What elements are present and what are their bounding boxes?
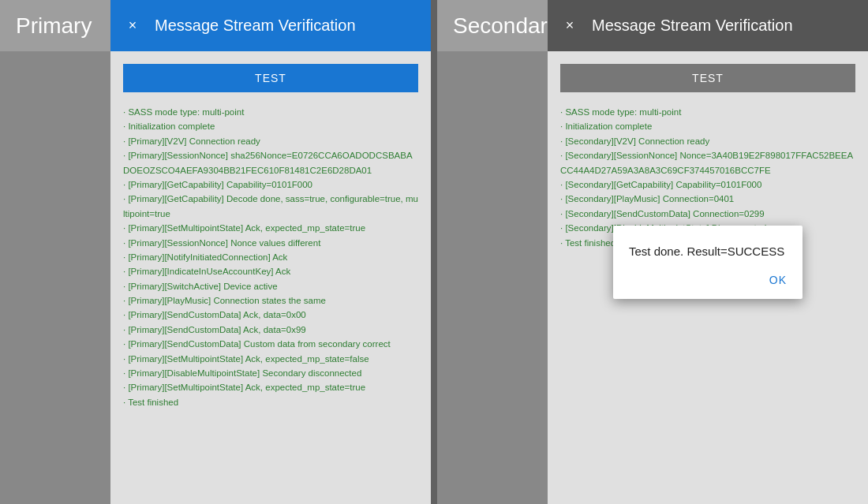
primary-log-text: · SASS mode type: multi-point · Initiali… xyxy=(123,105,418,409)
secondary-dialog-header: × Message Stream Verification xyxy=(548,0,868,51)
result-ok-button-container: OK xyxy=(629,274,787,286)
secondary-dialog-title: Message Stream Verification xyxy=(592,17,793,35)
primary-dialog-header: × Message Stream Verification xyxy=(110,0,431,51)
primary-label: Primary xyxy=(0,0,110,51)
primary-label-text: Primary xyxy=(16,13,92,39)
result-ok-button[interactable]: OK xyxy=(769,274,787,286)
secondary-label-text: Secondary xyxy=(453,13,559,39)
primary-dialog-title: Message Stream Verification xyxy=(155,17,356,35)
result-dialog: Test done. Result=SUCCESS OK xyxy=(613,226,803,299)
result-text: Test done. Result=SUCCESS xyxy=(629,245,787,258)
secondary-close-button[interactable]: × xyxy=(560,17,579,35)
primary-dialog-body: TEST · SASS mode type: multi-point · Ini… xyxy=(110,51,431,504)
secondary-panel-label: Secondary xyxy=(437,0,548,504)
primary-panel-label: Primary xyxy=(0,0,110,504)
primary-close-button[interactable]: × xyxy=(123,17,142,35)
panel-divider xyxy=(431,0,437,504)
secondary-test-button: TEST xyxy=(560,64,855,92)
primary-test-button[interactable]: TEST xyxy=(123,64,418,92)
primary-dialog-container: × Message Stream Verification TEST · SAS… xyxy=(110,0,431,504)
secondary-dialog-container: × Message Stream Verification TEST · SAS… xyxy=(548,0,868,504)
secondary-label: Secondary xyxy=(437,0,548,51)
